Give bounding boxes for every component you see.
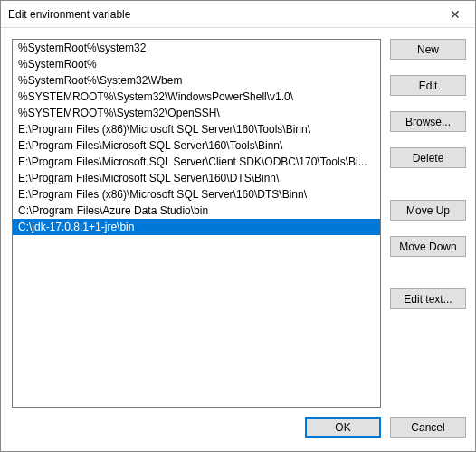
ok-button[interactable]: OK (305, 417, 381, 438)
list-item[interactable]: E:\Program Files (x86)\Microsoft SQL Ser… (13, 186, 380, 202)
list-item[interactable]: %SYSTEMROOT%\System32\WindowsPowerShell\… (13, 89, 380, 105)
list-item[interactable]: %SystemRoot%\system32 (13, 40, 380, 56)
list-item[interactable]: C:\Program Files\Azure Data Studio\bin (13, 202, 380, 219)
close-icon: ✕ (450, 7, 461, 22)
edit-text-button[interactable]: Edit text... (390, 288, 466, 309)
window-title: Edit environment variable (8, 8, 130, 21)
list-item[interactable]: E:\Program Files\Microsoft SQL Server\16… (13, 170, 380, 186)
delete-button[interactable]: Delete (390, 147, 466, 168)
cancel-button[interactable]: Cancel (390, 417, 466, 438)
content-area: %SystemRoot%\system32%SystemRoot%%System… (1, 28, 475, 408)
footer: OK Cancel (1, 408, 475, 438)
close-button[interactable]: ✕ (434, 1, 475, 28)
list-item[interactable]: %SystemRoot%\System32\Wbem (13, 72, 380, 89)
list-item[interactable]: %SYSTEMROOT%\System32\OpenSSH\ (13, 105, 380, 121)
edit-button[interactable]: Edit (390, 75, 466, 96)
list-item[interactable]: E:\Program Files\Microsoft SQL Server\16… (13, 137, 380, 154)
path-listbox[interactable]: %SystemRoot%\system32%SystemRoot%%System… (12, 39, 381, 408)
list-item[interactable]: E:\Program Files (x86)\Microsoft SQL Ser… (13, 121, 380, 137)
browse-button[interactable]: Browse... (390, 111, 466, 132)
list-item[interactable]: %SystemRoot% (13, 56, 380, 72)
list-item[interactable]: E:\Program Files\Microsoft SQL Server\Cl… (13, 154, 380, 170)
move-up-button[interactable]: Move Up (390, 200, 466, 221)
titlebar: Edit environment variable ✕ (1, 1, 475, 28)
side-button-panel: New Edit Browse... Delete Move Up Move D… (390, 39, 466, 408)
list-item[interactable]: C:\jdk-17.0.8.1+1-jre\bin (13, 219, 380, 235)
move-down-button[interactable]: Move Down (390, 236, 466, 257)
new-button[interactable]: New (390, 39, 466, 60)
